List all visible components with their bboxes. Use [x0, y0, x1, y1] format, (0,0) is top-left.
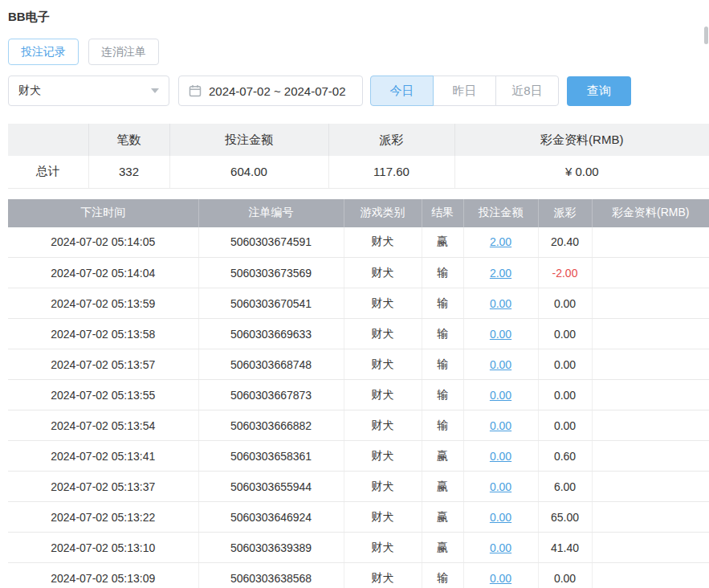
cell-bet-time: 2024-07-02 05:13:59 — [8, 288, 198, 319]
cell-game-type: 财犬 — [344, 349, 422, 380]
page-title: BB电子 — [8, 10, 709, 25]
cell-bet-amount: 0.00 — [463, 410, 538, 441]
summary-total-payout: 117.60 — [328, 156, 454, 188]
cell-bet-amount: 0.00 — [463, 533, 538, 563]
bet-amount-link[interactable]: 0.00 — [490, 541, 511, 554]
cell-result: 赢 — [422, 502, 463, 533]
cell-bet-amount: 2.00 — [463, 227, 538, 258]
table-row: 2024-07-02 05:13:37 5060303655944 财犬 赢 0… — [8, 472, 709, 502]
game-select[interactable]: 财犬 — [8, 76, 169, 106]
summary-header-payout: 派彩 — [328, 124, 454, 156]
cell-order-id: 5060303666882 — [198, 410, 344, 441]
quick-range-group: 今日 昨日 近8日 — [370, 76, 559, 106]
cell-result: 赢 — [422, 227, 463, 258]
cell-bonus — [592, 563, 709, 588]
date-range-input[interactable]: 2024-07-02 ~ 2024-07-02 — [178, 76, 363, 106]
cell-payout: 65.00 — [538, 502, 592, 533]
cell-order-id: 5060303655944 — [198, 472, 344, 502]
cell-bet-time: 2024-07-02 05:14:05 — [8, 227, 198, 258]
cell-payout: 41.40 — [538, 533, 592, 563]
cell-bonus — [592, 227, 709, 258]
cell-bet-amount: 0.00 — [463, 349, 538, 380]
records-table-body: 2024-07-02 05:14:05 5060303674591 财犬 赢 2… — [8, 227, 709, 588]
cell-payout: 0.00 — [538, 410, 592, 441]
cell-game-type: 财犬 — [344, 502, 422, 533]
table-row: 2024-07-02 05:13:57 5060303668748 财犬 输 0… — [8, 349, 709, 380]
bet-amount-link[interactable]: 0.00 — [490, 358, 511, 371]
bet-amount-link[interactable]: 2.00 — [490, 235, 511, 248]
bet-amount-link[interactable]: 0.00 — [490, 511, 511, 524]
date-range-value: 2024-07-02 ~ 2024-07-02 — [209, 84, 346, 98]
cell-payout: 0.00 — [538, 319, 592, 349]
cell-bonus — [592, 349, 709, 380]
table-row: 2024-07-02 05:14:04 5060303673569 财犬 输 2… — [8, 258, 709, 288]
summary-table: 笔数 投注金额 派彩 彩金资料(RMB) 总计 332 604.00 117.6… — [8, 124, 709, 189]
records-header-bonus: 彩金资料(RMB) — [592, 199, 709, 227]
cell-result: 输 — [422, 380, 463, 410]
bet-amount-link[interactable]: 0.00 — [490, 297, 511, 310]
cell-order-id: 5060303669633 — [198, 319, 344, 349]
cell-order-id: 5060303673569 — [198, 258, 344, 288]
cell-order-id: 5060303639389 — [198, 533, 344, 563]
summary-header-row: 笔数 投注金额 派彩 彩金资料(RMB) — [8, 124, 709, 156]
cell-order-id: 5060303670541 — [198, 288, 344, 319]
cell-bet-time: 2024-07-02 05:13:58 — [8, 319, 198, 349]
table-row: 2024-07-02 05:13:59 5060303670541 财犬 输 0… — [8, 288, 709, 319]
bet-amount-link[interactable]: 0.00 — [490, 450, 511, 463]
records-header-payout: 派彩 — [538, 199, 592, 227]
cell-payout: 0.00 — [538, 563, 592, 588]
cell-game-type: 财犬 — [344, 563, 422, 588]
bet-amount-link[interactable]: 0.00 — [490, 419, 511, 432]
cell-game-type: 财犬 — [344, 441, 422, 472]
bet-amount-link[interactable]: 2.00 — [490, 267, 511, 280]
cell-bonus — [592, 533, 709, 563]
bet-amount-link[interactable]: 0.00 — [490, 480, 511, 493]
table-row: 2024-07-02 05:13:22 5060303646924 财犬 赢 0… — [8, 502, 709, 533]
bet-amount-link[interactable]: 0.00 — [490, 328, 511, 341]
cell-payout: 0.00 — [538, 349, 592, 380]
cell-bet-time: 2024-07-02 05:13:37 — [8, 472, 198, 502]
tab-bet-records[interactable]: 投注记录 — [8, 39, 79, 65]
records-header-row: 下注时间 注单编号 游戏类别 结果 投注金额 派彩 彩金资料(RMB) — [8, 199, 709, 227]
records-table: 下注时间 注单编号 游戏类别 结果 投注金额 派彩 彩金资料(RMB) 2024… — [8, 199, 709, 588]
quick-button-yesterday[interactable]: 昨日 — [433, 76, 496, 106]
cell-order-id: 5060303658361 — [198, 441, 344, 472]
cell-payout: 0.00 — [538, 288, 592, 319]
cell-result: 赢 — [422, 472, 463, 502]
cell-order-id: 5060303638568 — [198, 563, 344, 588]
cell-bonus — [592, 472, 709, 502]
table-row: 2024-07-02 05:13:55 5060303667873 财犬 输 0… — [8, 380, 709, 410]
chevron-down-icon — [151, 88, 159, 93]
cell-game-type: 财犬 — [344, 380, 422, 410]
cell-bet-amount: 0.00 — [463, 563, 538, 588]
cell-bet-amount: 0.00 — [463, 319, 538, 349]
summary-header-blank — [8, 124, 88, 156]
bet-amount-link[interactable]: 0.00 — [490, 389, 511, 402]
records-header-bet-amount: 投注金额 — [463, 199, 538, 227]
bet-amount-link[interactable]: 0.00 — [490, 572, 511, 585]
game-select-value: 财犬 — [18, 84, 41, 98]
cell-payout: 20.40 — [538, 227, 592, 258]
cell-bet-amount: 0.00 — [463, 380, 538, 410]
quick-button-today[interactable]: 今日 — [370, 76, 434, 106]
cell-bonus — [592, 288, 709, 319]
quick-button-last-8-days[interactable]: 近8日 — [495, 76, 559, 106]
cell-result: 输 — [422, 319, 463, 349]
cell-bet-time: 2024-07-02 05:13:54 — [8, 410, 198, 441]
summary-total-row: 总计 332 604.00 117.60 ¥ 0.00 — [8, 156, 709, 188]
cell-payout: 0.00 — [538, 380, 592, 410]
summary-header-count: 笔数 — [88, 124, 169, 156]
cell-order-id: 5060303668748 — [198, 349, 344, 380]
records-header-result: 结果 — [422, 199, 463, 227]
cell-bonus — [592, 502, 709, 533]
cell-bet-amount: 0.00 — [463, 502, 538, 533]
search-button[interactable]: 查询 — [567, 76, 631, 106]
cell-order-id: 5060303667873 — [198, 380, 344, 410]
records-header-game-type: 游戏类别 — [344, 199, 422, 227]
scrollbar-thumb[interactable] — [704, 27, 708, 44]
cell-bet-amount: 0.00 — [463, 288, 538, 319]
summary-header-bet-amount: 投注金额 — [169, 124, 328, 156]
cell-game-type: 财犬 — [344, 258, 422, 288]
bet-records-page: BB电子 投注记录 连消注单 财犬 2024-07-02 ~ 2024-07-0… — [0, 0, 709, 588]
tab-cancelled-orders[interactable]: 连消注单 — [88, 39, 159, 65]
